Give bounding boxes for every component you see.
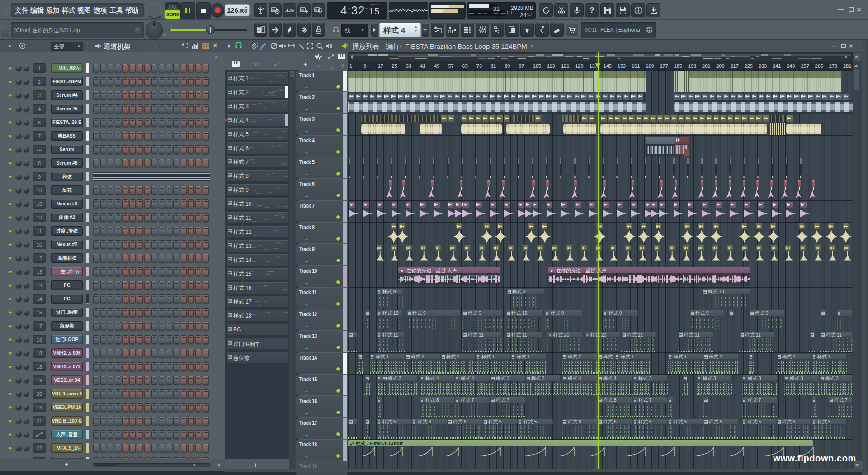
svg-text:6: 6 — [21, 44, 24, 48]
